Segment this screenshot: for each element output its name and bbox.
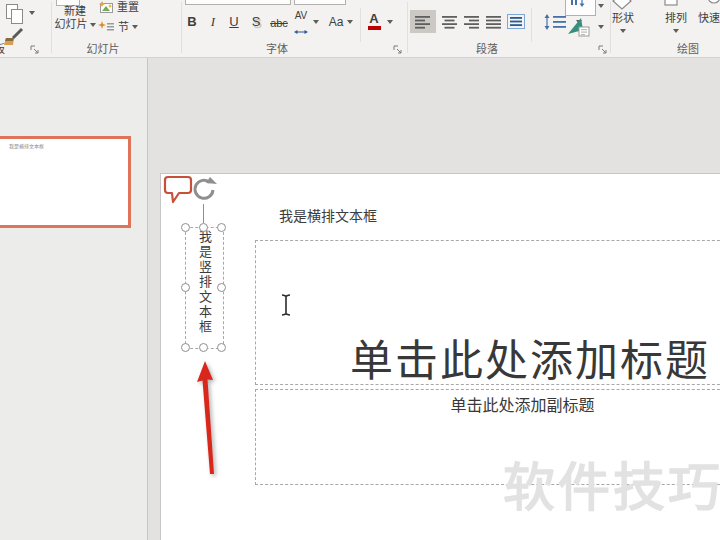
handle-top-left[interactable]	[181, 223, 190, 232]
thumbnail-mini-text: 我是横排文本框	[9, 144, 44, 149]
char-spacing-arrows-icon	[294, 29, 308, 35]
justify-icon	[486, 15, 502, 29]
powerpoint-window: 板 新建 幻灯片 重置	[0, 0, 720, 540]
small-divider	[531, 8, 532, 42]
copy-icon[interactable]	[5, 3, 27, 25]
smartart-convert-icon[interactable]	[566, 16, 592, 38]
title-placeholder-text: 单击此处添加标题	[255, 326, 720, 388]
rotate-handle-connector	[203, 204, 204, 223]
group-divider	[407, 2, 408, 53]
reset-icon	[99, 1, 114, 14]
font-dialog-launcher-icon[interactable]	[393, 45, 403, 55]
handle-top-center[interactable]	[199, 223, 208, 232]
handle-mid-right[interactable]	[217, 283, 226, 292]
align-left-icon	[415, 15, 431, 29]
section-button[interactable]: 节	[98, 20, 138, 34]
group-divider	[610, 2, 611, 53]
slide-thumbnail-selected[interactable]: 我是横排文本框	[0, 136, 131, 228]
handle-bottom-center[interactable]	[199, 343, 208, 352]
arrange-button[interactable]: 排列	[661, 12, 691, 25]
clipboard-group-label: 板	[0, 43, 5, 56]
font-color-button[interactable]: A	[366, 12, 382, 30]
handle-bottom-left[interactable]	[181, 343, 190, 352]
character-spacing-label: AV	[292, 11, 310, 21]
bold-button[interactable]: B	[184, 13, 200, 31]
small-divider	[360, 8, 361, 42]
clipboard-dialog-launcher-icon[interactable]	[30, 45, 40, 55]
handle-top-right[interactable]	[217, 223, 226, 232]
font-color-label: A	[366, 12, 382, 25]
font-name-box-remnant	[185, 0, 291, 5]
new-slide-button[interactable]: 新建 幻灯片	[52, 5, 98, 31]
section-icon	[98, 20, 115, 34]
subtitle-placeholder-text: 单击此处添加副标题	[255, 392, 720, 416]
quick-styles-button[interactable]: 快速	[698, 12, 720, 25]
arrange-square-icon	[664, 0, 679, 6]
new-slide-label-line2: 幻灯片	[55, 18, 88, 31]
shapes-button[interactable]: 形状	[608, 12, 638, 25]
font-group-label: 字体	[240, 43, 314, 55]
text-shadow-button[interactable]: S	[248, 13, 264, 31]
align-center-icon	[442, 15, 458, 29]
horizontal-textbox[interactable]: 我是横排文本框	[279, 205, 377, 225]
italic-button[interactable]: I	[205, 13, 221, 31]
change-case-caret[interactable]	[347, 20, 353, 24]
paragraph-dialog-launcher-icon[interactable]	[598, 45, 608, 55]
paragraph-group-label: 段落	[450, 43, 524, 55]
slides-group-label: 幻灯片	[63, 43, 143, 55]
handle-bottom-right[interactable]	[217, 343, 226, 352]
underline-button[interactable]: U	[226, 13, 242, 31]
reset-button[interactable]: 重置	[99, 1, 139, 14]
character-spacing-button[interactable]: AV	[292, 11, 310, 39]
new-slide-label-line1: 新建	[52, 5, 98, 18]
slide-thumbnail-panel: 我是横排文本框	[0, 58, 148, 540]
char-spacing-caret[interactable]	[313, 20, 319, 24]
text-direction-icon	[570, 0, 590, 8]
annotation-arrow	[192, 358, 228, 483]
align-right-icon	[464, 15, 480, 29]
watermark-text: 软件技巧	[503, 446, 720, 521]
vertical-textbox-text: 我是竖排文本框	[191, 230, 217, 344]
ibeam-cursor-icon	[279, 293, 293, 317]
group-divider	[181, 2, 182, 53]
line-spacing-icon[interactable]	[544, 14, 568, 30]
drawing-group-label: 绘图	[660, 43, 716, 55]
distribute-text-button[interactable]	[503, 10, 529, 33]
quick-styles-shape-icon	[706, 0, 720, 5]
rotate-handle-icon[interactable]	[190, 177, 220, 205]
font-size-box-remnant	[294, 0, 346, 5]
ribbon: 板 新建 幻灯片 重置	[0, 0, 720, 58]
handle-mid-left[interactable]	[181, 283, 190, 292]
new-slide-caret	[90, 23, 96, 27]
format-painter-icon[interactable]	[3, 26, 27, 48]
distribute-text-icon	[507, 14, 525, 29]
shapes-caret[interactable]	[620, 29, 626, 33]
font-color-caret[interactable]	[387, 20, 393, 24]
reset-label: 重置	[117, 1, 139, 14]
arrange-caret[interactable]	[673, 29, 679, 33]
font-color-swatch	[368, 26, 381, 30]
text-direction-button[interactable]	[565, 0, 596, 16]
text-direction-caret[interactable]	[598, 4, 604, 8]
shape-diamond-icon	[612, 0, 634, 10]
smartart-caret[interactable]	[598, 25, 604, 29]
section-caret	[132, 25, 138, 29]
copy-dropdown-caret[interactable]	[29, 11, 35, 15]
align-left-button[interactable]	[410, 10, 436, 33]
section-label: 节	[118, 21, 129, 34]
strikethrough-button[interactable]: abc	[268, 14, 290, 32]
change-case-button[interactable]: Aa	[326, 13, 346, 31]
